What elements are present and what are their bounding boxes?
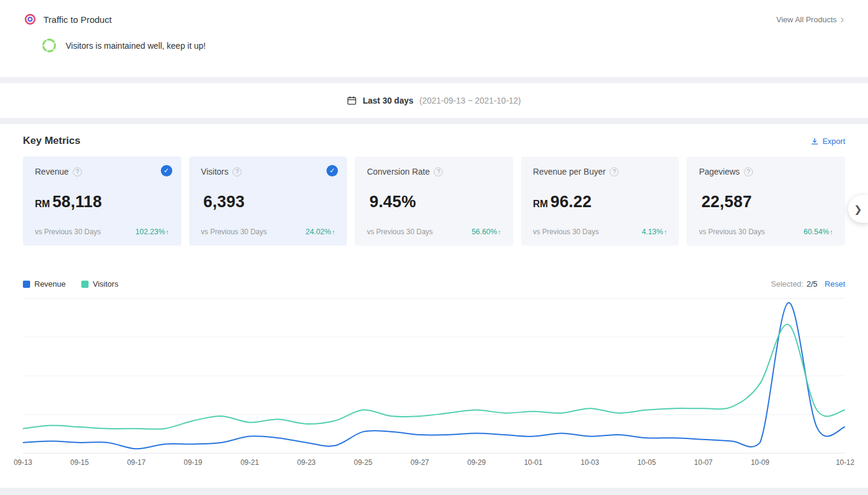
status-message: Visitors is maintained well, keep it up! <box>66 41 205 51</box>
date-range-label: Last 30 days <box>363 96 413 105</box>
metric-label: Revenue per Buyer <box>533 167 606 176</box>
compare-label: vs Previous 30 Days <box>35 228 101 236</box>
x-axis-label: 09-21 <box>240 458 259 467</box>
help-icon[interactable]: ? <box>434 167 443 176</box>
change-value: 102.23%↑ <box>136 228 169 236</box>
compare-label: vs Previous 30 Days <box>201 228 267 236</box>
change-value: 60.54%↑ <box>804 228 833 236</box>
reset-button[interactable]: Reset <box>825 279 845 288</box>
legend-label: Revenue <box>34 279 66 288</box>
selected-count: 2/5 <box>807 279 817 288</box>
revenue-swatch-icon <box>23 281 30 288</box>
traffic-to-product-icon <box>24 13 36 25</box>
metric-label: Pageviews <box>699 167 740 176</box>
x-axis-label: 10-05 <box>637 458 656 467</box>
x-axis-label: 09-29 <box>467 458 486 467</box>
metric-label: Revenue <box>35 167 69 176</box>
metric-value: 22,587 <box>699 193 833 211</box>
legend-item-revenue[interactable]: Revenue <box>23 279 66 288</box>
top-banner: Traffic to Product View All Products › V… <box>0 0 868 77</box>
trend-chart-canvas <box>23 298 845 453</box>
calendar-icon <box>347 96 357 105</box>
date-range-dates: (2021-09-13 ~ 2021-10-12) <box>419 96 521 105</box>
x-axis-label: 09-13 <box>14 458 33 467</box>
metric-value: RM58,118 <box>35 193 169 211</box>
change-value: 4.13%↑ <box>642 228 667 236</box>
x-axis-label: 09-19 <box>184 458 202 467</box>
selected-check-icon: ✓ <box>326 165 338 176</box>
chevron-right-icon: › <box>840 14 844 25</box>
metrics-carousel-next-button[interactable]: ❯ <box>848 195 868 223</box>
increase-arrow-icon: ↑ <box>332 228 336 235</box>
metric-cards-row: Revenue ? ✓ RM58,118 vs Previous 30 Days… <box>23 157 845 246</box>
selected-check-icon: ✓ <box>161 165 172 176</box>
metric-label: Visitors <box>201 167 229 176</box>
metric-card-conversion-rate[interactable]: Conversion Rate ? 9.45% vs Previous 30 D… <box>355 157 513 246</box>
help-icon[interactable]: ? <box>744 167 753 176</box>
chart-legend: Revenue Visitors <box>23 279 118 288</box>
x-axis-label: 10-12 <box>836 458 855 467</box>
compare-label: vs Previous 30 Days <box>367 228 432 236</box>
x-axis-label: 09-23 <box>297 458 316 467</box>
change-value: 24.02%↑ <box>305 228 335 236</box>
download-icon <box>811 137 819 145</box>
page-title: Traffic to Product <box>43 14 111 25</box>
x-axis-label: 10-01 <box>524 458 543 467</box>
increase-arrow-icon: ↑ <box>166 228 169 235</box>
x-axis-label: 10-07 <box>694 458 713 467</box>
metric-label: Conversion Rate <box>367 167 429 176</box>
legend-item-visitors[interactable]: Visitors <box>81 279 118 288</box>
view-all-products-label: View All Products <box>776 15 837 24</box>
x-axis-label: 10-03 <box>581 458 599 467</box>
visitors-line <box>23 324 845 429</box>
visitors-swatch-icon <box>81 281 89 288</box>
export-button[interactable]: Export <box>811 137 845 146</box>
export-label: Export <box>822 137 845 146</box>
health-gauge-icon <box>41 37 57 54</box>
metric-card-visitors[interactable]: Visitors ? ✓ 6,393 vs Previous 30 Days 2… <box>189 157 348 246</box>
help-icon[interactable]: ? <box>610 167 619 176</box>
help-icon[interactable]: ? <box>73 167 82 176</box>
legend-label: Visitors <box>93 279 118 288</box>
increase-arrow-icon: ↑ <box>664 228 667 235</box>
x-axis-label: 09-25 <box>354 458 372 467</box>
key-metrics-section: Key Metrics Export Revenue ? ✓ RM58,118 … <box>0 124 868 488</box>
increase-arrow-icon: ↑ <box>829 228 833 235</box>
compare-label: vs Previous 30 Days <box>533 228 599 236</box>
metric-value: RM96.22 <box>533 193 667 211</box>
metric-card-pageviews[interactable]: Pageviews ? 22,587 vs Previous 30 Days 6… <box>687 157 845 246</box>
view-all-products-link[interactable]: View All Products › <box>776 14 844 25</box>
x-axis: 09-1309-1509-1709-1909-2109-2309-2509-27… <box>23 458 845 468</box>
compare-label: vs Previous 30 Days <box>699 228 764 236</box>
x-axis-label: 10-09 <box>751 458 769 467</box>
metric-card-revenue-per-buyer[interactable]: Revenue per Buyer ? RM96.22 vs Previous … <box>521 157 679 246</box>
change-value: 56.60%↑ <box>472 228 501 236</box>
x-axis-label: 09-27 <box>411 458 429 467</box>
carousel-next-icon: ❯ <box>854 204 862 215</box>
selected-label: Selected: <box>771 279 804 288</box>
x-axis-label: 09-17 <box>127 458 146 467</box>
x-axis-label: 09-15 <box>70 458 89 467</box>
section-title: Key Metrics <box>23 135 80 147</box>
metric-card-revenue[interactable]: Revenue ? ✓ RM58,118 vs Previous 30 Days… <box>23 157 181 246</box>
trend-chart: 09-1309-1509-1709-1909-2109-2309-2509-27… <box>23 298 845 468</box>
increase-arrow-icon: ↑ <box>498 228 501 235</box>
metric-value: 9.45% <box>367 193 501 211</box>
metric-value: 6,393 <box>201 193 336 211</box>
help-icon[interactable]: ? <box>233 167 242 176</box>
date-filter-bar[interactable]: Last 30 days (2021-09-13 ~ 2021-10-12) <box>0 83 868 118</box>
